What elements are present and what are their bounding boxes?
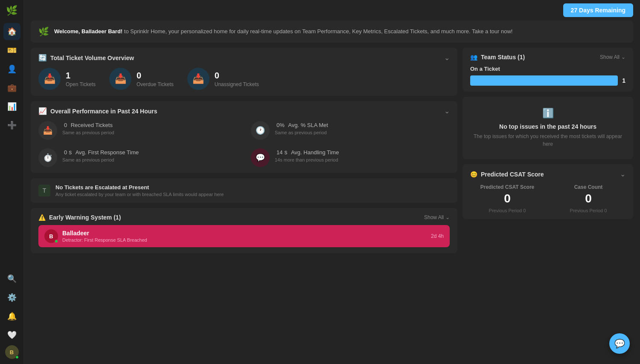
welcome-banner: 🌿 Welcome, Balladeer Bard! to Sprinklr H…	[31, 20, 633, 43]
ews-user: B Balladeer Detractor: First Response SL…	[44, 229, 147, 243]
escalated-text: No Tickets are Escalated at Present Any …	[55, 184, 224, 197]
escalated-icon: T	[38, 185, 50, 196]
csat-score-label: Predicted CSAT Score	[470, 184, 544, 190]
csat-score-value: 0	[470, 192, 544, 205]
sidebar-bottom: 🔍 ⚙️ 🔔 🤍 B	[3, 270, 20, 359]
content-area: 🌿 Welcome, Balladeer Bard! to Sprinklr H…	[24, 20, 640, 364]
top-issues-card: ℹ️ No top issues in the past 24 hours Th…	[463, 97, 633, 159]
ews-user-info: Balladeer Detractor: First Response SLA …	[62, 230, 147, 243]
team-status-header: 👥 Team Status (1) Show All ⌄	[470, 54, 625, 61]
unassigned-tickets-label: Unassigned Tickets	[215, 81, 259, 87]
open-tickets-label: Open Tickets	[66, 81, 96, 87]
handling-time-label-text: Avg. Handling Time	[291, 149, 339, 156]
on-ticket-label: On a Ticket	[470, 66, 625, 72]
sidebar-item-analytics[interactable]: 📊	[3, 98, 20, 115]
case-count-label: Case Count	[551, 184, 625, 190]
case-count-prev: Previous Period 0	[551, 208, 625, 213]
handling-time-icon: 💬	[251, 148, 270, 167]
main-content: 27 Days Remaining 🌿 Welcome, Balladeer B…	[24, 0, 640, 364]
team-status-card: 👥 Team Status (1) Show All ⌄ On a Ticket…	[463, 48, 633, 92]
ticket-metrics: 📥 1 Open Tickets 📥 0 Overdue Tickets	[38, 68, 450, 90]
csat-title: 😊 Predicted CSAT Score	[470, 171, 544, 178]
topbar: 27 Days Remaining	[24, 0, 640, 20]
ews-user-name: Balladeer	[62, 230, 147, 237]
sla-met-metric: 🕐 0% Avg. % SLA Met Same as previous per…	[251, 121, 450, 140]
ews-title: ⚠️ Early Warning System (1)	[38, 214, 121, 221]
received-tickets-info: 0 Received Tickets Same as previous peri…	[62, 121, 114, 135]
team-status-show-all[interactable]: Show All ⌄	[600, 54, 625, 60]
team-status-label: Team Status (1)	[481, 54, 525, 61]
chat-fab[interactable]: 💬	[609, 333, 630, 354]
sidebar-item-add[interactable]: ➕	[3, 117, 20, 134]
right-column: 👥 Team Status (1) Show All ⌄ On a Ticket…	[463, 48, 633, 357]
sidebar-item-heart[interactable]: 🤍	[3, 326, 20, 344]
add-icon: ➕	[7, 121, 17, 130]
sidebar-item-search[interactable]: 🔍	[3, 270, 20, 287]
overdue-tickets-info: 0 Overdue Tickets	[137, 71, 174, 87]
handling-time-sub: 14s more than previous period	[275, 157, 339, 162]
sidebar-item-home[interactable]: 🏠	[3, 23, 20, 40]
avatar[interactable]: B	[5, 345, 19, 359]
left-column: 🔄 Total Ticket Volume Overview ⌄ 📥 1 Ope…	[31, 48, 457, 357]
first-response-sub: Same as previous period	[62, 157, 139, 162]
sla-met-value: 0% Avg. % SLA Met	[275, 121, 328, 129]
welcome-text: Welcome, Balladeer Bard! to Sprinklr Hom…	[54, 27, 512, 36]
overdue-tickets-metric: 📥 0 Overdue Tickets	[109, 68, 174, 90]
csat-chevron[interactable]: ⌄	[620, 170, 625, 178]
bell-icon: 🔔	[7, 312, 17, 321]
escalated-title: No Tickets are Escalated at Present	[55, 184, 224, 191]
handling-time-metric: 💬 14s Avg. Handling Time 14s more than p…	[251, 148, 450, 167]
open-tickets-value: 1	[66, 71, 96, 81]
two-col-layout: 🔄 Total Ticket Volume Overview ⌄ 📥 1 Ope…	[31, 48, 633, 357]
received-tickets-icon: 📥	[38, 121, 57, 140]
csat-icon: 😊	[470, 171, 477, 178]
performance-chevron[interactable]: ⌄	[444, 107, 450, 115]
ticket-volume-icon: 🔄	[38, 54, 47, 62]
top-issues-body: ℹ️ No top issues in the past 24 hours Th…	[470, 103, 625, 153]
search-icon: 🔍	[7, 274, 17, 283]
analytics-icon: 📊	[7, 102, 17, 111]
team-bar	[470, 75, 618, 86]
unassigned-tickets-metric: 📥 0 Unassigned Tickets	[187, 68, 259, 90]
handling-time-info: 14s Avg. Handling Time 14s more than pre…	[275, 148, 339, 162]
overdue-tickets-value: 0	[137, 71, 174, 81]
ews-chevron: ⌄	[445, 214, 450, 220]
sidebar-item-settings[interactable]: ⚙️	[3, 289, 20, 306]
ews-item[interactable]: B Balladeer Detractor: First Response SL…	[38, 225, 450, 247]
received-tickets-value: 0 Received Tickets	[62, 121, 114, 129]
received-tickets-label-text: Received Tickets	[71, 122, 113, 128]
sla-met-label-text: Avg. % SLA Met	[288, 122, 328, 128]
sla-met-icon: 🕐	[251, 121, 270, 140]
top-issues-icon: ℹ️	[542, 108, 554, 119]
performance-header: 📈 Overall Performance in Past 24 Hours ⌄	[38, 107, 450, 115]
sidebar-item-bags[interactable]: 💼	[3, 79, 20, 96]
trial-button[interactable]: 27 Days Remaining	[563, 3, 633, 17]
home-icon: 🏠	[7, 27, 17, 36]
open-tickets-metric: 📥 1 Open Tickets	[38, 68, 96, 90]
performance-label: Overall Performance in Past 24 Hours	[50, 108, 157, 115]
ews-item-time: 2d 4h	[431, 233, 444, 239]
ews-avatar: B	[44, 229, 58, 243]
sidebar-item-contacts[interactable]: 👤	[3, 61, 20, 78]
ticket-volume-chevron[interactable]: ⌄	[444, 54, 450, 62]
performance-title: 📈 Overall Performance in Past 24 Hours	[38, 107, 157, 115]
open-tickets-info: 1 Open Tickets	[66, 71, 96, 87]
sla-met-sub: Same as previous period	[275, 130, 328, 135]
ews-show-all[interactable]: Show All ⌄	[424, 214, 450, 220]
heart-icon: 🤍	[7, 330, 17, 340]
sidebar-item-notifications[interactable]: 🔔	[3, 308, 20, 325]
team-status-icon: 👥	[470, 54, 477, 61]
csat-score-prev: Previous Period 0	[470, 208, 544, 213]
chat-fab-icon: 💬	[614, 338, 625, 349]
team-status-title: 👥 Team Status (1)	[470, 54, 525, 61]
ticket-volume-label: Total Ticket Volume Overview	[50, 55, 134, 61]
first-response-info: 0s Avg. First Response Time Same as prev…	[62, 148, 139, 162]
ews-title-label: Early Warning System (1)	[49, 214, 121, 221]
sidebar-item-tickets[interactable]: 🎫	[3, 42, 20, 59]
csat-score-col: Predicted CSAT Score 0 Previous Period 0	[470, 184, 544, 213]
performance-grid: 📥 0 Received Tickets Same as previous pe…	[38, 121, 450, 167]
unassigned-tickets-value: 0	[215, 71, 259, 81]
performance-card: 📈 Overall Performance in Past 24 Hours ⌄…	[31, 101, 457, 173]
team-bar-count: 1	[622, 77, 625, 84]
welcome-bold: Welcome, Balladeer Bard!	[54, 28, 122, 35]
